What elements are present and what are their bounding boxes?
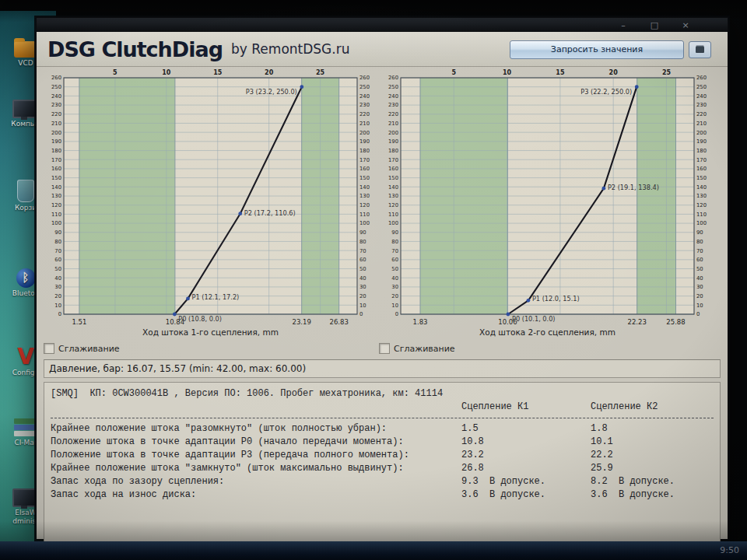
y-axis-tick-label-right: 210 [359,121,370,127]
y-axis-tick-label-right: 20 [359,293,366,299]
photo-of-laptop-screen: VCD Компью Корзи ᛒ Bluetoo V Configu CI-… [0,0,747,560]
app-header: DSG ClutchDiag by RemontDSG.ru Запросить… [37,32,728,67]
data-point-label-P1: P1 (12.0, 15.1) [532,295,580,303]
printer-icon [696,47,704,53]
data-point-P1 [527,299,531,303]
data-point-P1 [186,296,190,300]
y-axis-tick-label-right: 230 [696,102,707,108]
computer-icon [12,100,39,118]
y-axis-tick-label-left: 180 [388,148,398,154]
y-axis-tick-label-left: 30 [391,284,398,290]
x-axis-top-tick-label: 10 [162,69,171,76]
data-point-label-P0: P0 (10.1, 0.0) [512,315,556,323]
y-axis-tick-label-right: 130 [696,193,707,199]
y-axis-tick-label-right: 160 [696,166,707,172]
y-axis-tick-label-left: 160 [388,166,398,172]
y-axis-tick-label-left: 60 [54,257,61,263]
close-button[interactable]: × [676,20,695,30]
y-axis-tick-label-left: 180 [51,148,61,154]
recycle-bin-icon [17,180,34,202]
y-axis-tick-label-left: 130 [51,193,61,199]
taskbar: 9:50 [0,541,747,560]
clutch-travel-chart-1: 0010102020303040405050606070708080909010… [44,67,376,341]
report-header-line: [SMQ] КП: 0CW300041B , Версия ПО: 1006. … [51,387,714,401]
x-axis-title: Ход штока 1-го сцепления, mm [142,327,279,337]
y-axis-tick-label-left: 30 [54,284,61,290]
y-axis-tick-label-right: 230 [359,102,370,108]
y-axis-tick-label-left: 220 [388,111,398,117]
data-point-P2 [601,187,605,191]
y-axis-tick-label-right: 100 [696,220,707,226]
computer-icon [12,488,39,507]
y-axis-tick-label-left: 100 [388,220,398,226]
y-axis-tick-label-right: 220 [359,111,370,117]
y-axis-tick-label-left: 0 [395,311,398,317]
maximize-button[interactable]: □ [645,20,664,30]
smoothing-left: Сглаживание [44,343,379,354]
report-row: Запас хода на износ диска:3.6 В допуске.… [51,488,714,502]
y-axis-tick-label-left: 250 [388,84,398,90]
x-axis-top-tick-label: 15 [213,69,223,76]
books-icon [14,418,37,437]
y-axis-tick-label-right: 0 [696,311,700,317]
pressure-status-bar: Давление, бар: 16.07, 15.57 (min: 42.00,… [44,359,721,378]
y-axis-tick-label-right: 40 [359,275,366,282]
vcds-icon: V [17,347,34,367]
request-values-button[interactable]: Запросить значения [510,40,684,59]
y-axis-tick-label-left: 170 [51,157,61,163]
data-point-P0 [507,313,510,317]
x-axis-top-tick-label: 5 [452,69,457,76]
y-axis-tick-label-right: 180 [359,148,370,154]
y-axis-tick-label-left: 190 [388,138,398,145]
y-axis-tick-label-left: 190 [51,138,61,145]
data-point-label-P1: P1 (12.1, 17.2) [192,293,240,301]
desktop-icon-label: ElsaW [15,509,36,516]
y-axis-tick-label-left: 100 [51,220,61,226]
col-header-k2: Сцепление К2 [591,401,714,414]
y-axis-tick-label-left: 80 [391,239,398,245]
y-axis-tick-label-left: 20 [54,293,61,299]
y-axis-tick-label-right: 180 [696,148,707,154]
y-axis-tick-label-right: 120 [359,202,370,208]
data-point-P3 [300,85,303,89]
y-axis-tick-label-right: 170 [696,157,707,163]
smoothing-checkbox-right[interactable] [379,343,390,354]
smoothing-checkbox-left[interactable] [44,343,54,354]
desktop-icon-label: CI-Mar [14,439,37,446]
desktop-icon-label: VCD [18,59,33,67]
y-axis-tick-label-right: 240 [359,93,370,100]
y-axis-tick-label-left: 0 [58,311,61,317]
smoothing-label-left: Сглаживание [58,344,120,354]
y-axis-tick-label-left: 140 [388,184,398,191]
minimize-button[interactable]: – [614,20,633,30]
y-axis-tick-label-right: 90 [359,229,366,236]
smoothing-controls-row: Сглаживание Сглаживание [37,341,728,356]
y-axis-tick-label-right: 130 [359,193,370,199]
desktop-icon-label: Корзи [15,204,37,212]
y-axis-tick-label-left: 150 [388,175,398,181]
report-row: Крайнее положение штока "разомкнуто" (шт… [51,422,714,436]
zone-boundary-label: 23.19 [293,318,311,326]
y-axis-tick-label-right: 80 [359,239,366,245]
data-point-label-P0: P0 (10.8, 0.0) [178,315,222,323]
y-axis-tick-label-left: 220 [51,111,61,117]
y-axis-tick-label-left: 50 [54,266,61,272]
y-axis-tick-label-right: 260 [359,75,370,81]
clutch-travel-chart-2: 0010102020303040405050606070708080909010… [381,67,713,341]
y-axis-tick-label-right: 80 [696,239,703,245]
y-axis-tick-label-left: 120 [388,202,398,208]
y-axis-tick-label-right: 210 [696,121,707,127]
y-axis-tick-label-right: 140 [359,184,370,191]
y-axis-tick-label-left: 10 [54,303,61,309]
dashed-separator [51,418,714,418]
x-axis-top-tick-label: 25 [316,69,325,76]
x-axis-top-tick-label: 20 [609,69,619,76]
y-axis-tick-label-left: 150 [51,175,61,181]
x-axis-top-tick-label: 25 [662,69,672,76]
aux-button[interactable] [689,41,711,58]
y-axis-tick-label-left: 200 [388,130,398,136]
charts-row: 0010102020303040405050606070708080909010… [37,67,728,341]
x-axis-top-tick-label: 20 [265,69,274,76]
y-axis-tick-label-right: 120 [696,202,707,208]
diagnostic-report-textarea[interactable]: [SMQ] КП: 0CW300041B , Версия ПО: 1006. … [44,382,721,547]
